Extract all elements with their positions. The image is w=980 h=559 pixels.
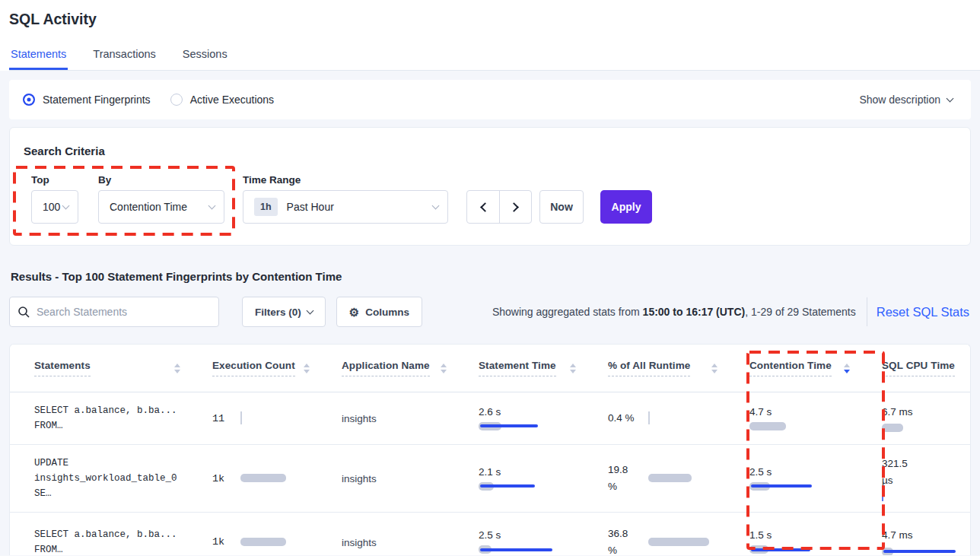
page-header: SQL Activity StatementsTransactionsSessi… xyxy=(0,0,980,71)
sort-toggle[interactable] xyxy=(174,364,180,373)
view-toggle-strip: Statement Fingerprints Active Executions… xyxy=(9,80,971,119)
statement-text-line: SELECT a.balance, b.ba... xyxy=(34,527,196,542)
by-select-value: Contention Time xyxy=(110,201,187,213)
metric-bar xyxy=(749,422,841,431)
sort-desc-icon xyxy=(441,370,447,373)
radio-selected-icon[interactable] xyxy=(23,94,35,106)
contention-time-value: 2.5 s xyxy=(749,466,865,478)
radio-statement-fingerprints[interactable]: Statement Fingerprints xyxy=(23,94,151,106)
show-description-toggle[interactable]: Show description xyxy=(859,94,953,106)
statement-link[interactable]: SELECT a.balance, b.ba...FROM… xyxy=(10,516,200,556)
statement-link[interactable]: SELECT a.balance, b.ba...FROM… xyxy=(10,392,200,444)
tab-statements[interactable]: Statements xyxy=(9,48,68,70)
table-header-row: StatementsExecution CountApplication Nam… xyxy=(10,345,970,392)
metric-bar xyxy=(479,545,570,554)
statement-link[interactable]: UPDATEinsights_workload_table_0 SE… xyxy=(10,445,200,512)
search-icon xyxy=(18,306,30,319)
stats-prefix: Showing aggregated stats from xyxy=(492,306,643,318)
columns-button[interactable]: ⚙ Columns xyxy=(336,297,422,327)
by-select[interactable]: Contention Time xyxy=(98,190,224,224)
metric-bar xyxy=(648,414,733,423)
reset-sql-stats-link[interactable]: Reset SQL Stats xyxy=(877,305,971,319)
statement-time-cell: 2.6 s xyxy=(466,406,596,431)
prev-range-button[interactable] xyxy=(467,191,499,223)
chevron-down-icon xyxy=(306,306,313,314)
statement-search-box[interactable] xyxy=(9,297,219,327)
radio-unselected-icon[interactable] xyxy=(170,94,183,106)
time-range-group: Time Range 1h Past Hour xyxy=(243,174,448,224)
radio-label: Statement Fingerprints xyxy=(43,94,151,106)
metric-bar xyxy=(479,422,570,431)
execution-count-value: 11 xyxy=(212,413,240,424)
top-select[interactable]: 100 xyxy=(31,190,78,224)
column-header-application-name: Application Name xyxy=(329,345,466,392)
search-criteria-controls: Top 100 By Contention Time Time Range 1h… xyxy=(24,174,956,224)
chevron-left-icon xyxy=(480,202,490,212)
metric-bar-total xyxy=(882,424,903,432)
statement-time-value: 2.6 s xyxy=(479,406,591,418)
sort-desc-icon xyxy=(174,370,180,373)
execution-count-cell: 11 xyxy=(200,413,329,424)
sort-toggle[interactable] xyxy=(711,364,718,373)
by-group: By Contention Time xyxy=(98,174,224,224)
sort-asc-icon xyxy=(844,364,850,367)
sql-cpu-time-cell: 321.5 µs xyxy=(870,456,971,501)
page-title: SQL Activity xyxy=(9,11,980,28)
tab-sessions[interactable]: Sessions xyxy=(181,48,229,70)
application-name-cell: insights xyxy=(329,535,466,549)
column-header-label: Statements xyxy=(34,360,91,376)
metric-bar-total xyxy=(240,538,286,546)
metric-bar xyxy=(882,492,971,501)
statement-time-cell: 2.1 s xyxy=(466,466,596,491)
sort-toggle[interactable] xyxy=(844,364,850,373)
statement-time-value: 2.1 s xyxy=(479,466,591,478)
metric-bar xyxy=(479,482,570,491)
metric-bar-mean xyxy=(480,484,535,488)
chevron-down-icon xyxy=(62,202,70,209)
runtime-pct-value: 19.8 % xyxy=(608,462,639,494)
tab-transactions[interactable]: Transactions xyxy=(91,48,157,70)
runtime-pct-value: 0.4 % xyxy=(608,410,639,427)
gear-icon: ⚙ xyxy=(349,306,359,318)
metric-tick xyxy=(882,492,883,501)
search-statements-input[interactable] xyxy=(37,306,211,318)
next-range-button[interactable] xyxy=(499,191,531,223)
application-name-value: insights xyxy=(342,413,377,424)
metric-bar-total xyxy=(749,422,786,430)
sort-toggle[interactable] xyxy=(570,364,576,373)
metric-bar-total xyxy=(240,474,286,482)
by-label: By xyxy=(98,174,224,186)
statement-time-value: 2.5 s xyxy=(479,529,591,541)
column-header-label: Statement Time xyxy=(479,360,556,376)
now-button[interactable]: Now xyxy=(539,190,584,224)
table-body: SELECT a.balance, b.ba...FROM…11insights… xyxy=(10,392,970,555)
sort-desc-icon xyxy=(570,370,576,373)
stats-range: 15:00 to 16:17 (UTC) xyxy=(643,306,746,318)
sort-toggle[interactable] xyxy=(304,364,310,373)
time-range-label: Time Range xyxy=(243,174,448,186)
filters-button[interactable]: Filters (0) xyxy=(242,297,326,327)
statement-text-line: UPDATE xyxy=(34,456,196,471)
sort-toggle[interactable] xyxy=(441,364,447,373)
runtime-pct-value: 36.8 % xyxy=(608,526,639,555)
column-header-execution-count: Execution Count xyxy=(200,345,329,392)
apply-button[interactable]: Apply xyxy=(600,190,652,224)
statement-text-line: insights_workload_table_0 SE… xyxy=(34,471,196,501)
table-row: SELECT a.balance, b.ba...FROM…11insights… xyxy=(10,392,970,445)
metric-bar-total xyxy=(648,474,692,482)
sort-desc-icon xyxy=(304,370,310,373)
sort-asc-icon xyxy=(304,364,310,367)
radio-active-executions[interactable]: Active Executions xyxy=(170,94,275,106)
columns-label: Columns xyxy=(365,306,409,318)
time-range-select[interactable]: 1h Past Hour xyxy=(243,190,448,224)
sort-asc-icon xyxy=(174,364,180,367)
top-select-value: 100 xyxy=(43,201,60,213)
statement-text-line: FROM… xyxy=(34,542,196,556)
results-toolbar: Filters (0) ⚙ Columns Showing aggregated… xyxy=(9,297,971,327)
metric-bar-mean xyxy=(751,548,810,551)
tabs: StatementsTransactionsSessions xyxy=(9,48,980,70)
execution-count-value: 1k xyxy=(212,536,240,548)
metric-bar xyxy=(749,482,841,491)
statement-time-cell: 2.5 s xyxy=(466,529,596,554)
table-row: UPDATEinsights_workload_table_0 SE…1kins… xyxy=(10,445,970,513)
